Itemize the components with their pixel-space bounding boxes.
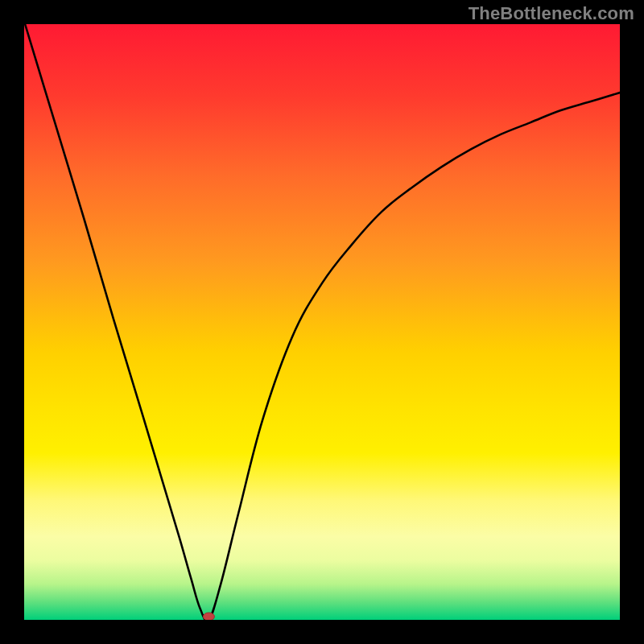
bottleneck-curve: [24, 24, 620, 620]
plot-area: [24, 24, 620, 620]
watermark-label: TheBottleneck.com: [469, 3, 634, 24]
chart-stage: TheBottleneck.com: [0, 0, 644, 644]
vertex-marker: [203, 613, 214, 620]
curve-layer: [24, 24, 620, 620]
